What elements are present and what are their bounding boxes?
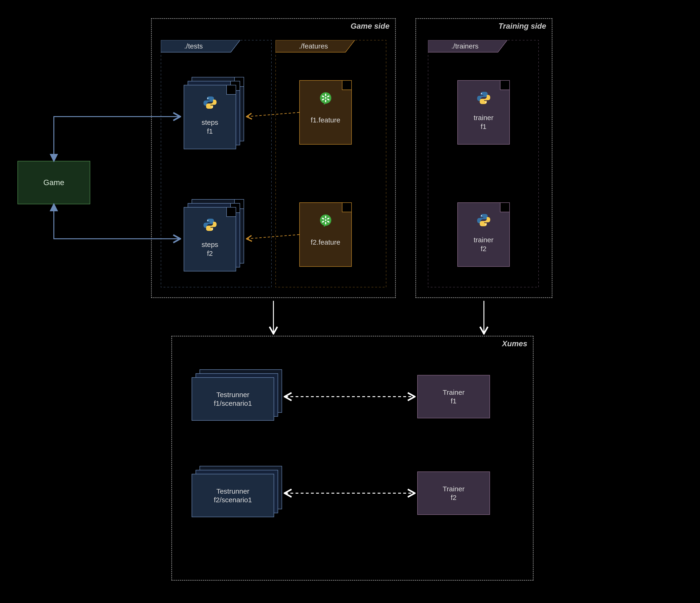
python-icon bbox=[477, 91, 491, 105]
svg-point-20 bbox=[481, 93, 482, 94]
file-feature-f1: f1.feature bbox=[299, 80, 352, 145]
svg-point-0 bbox=[207, 98, 208, 99]
panel-title-xumes: Xumes bbox=[502, 339, 527, 348]
file-feature-f2: f2.feature bbox=[299, 202, 352, 267]
svg-point-22 bbox=[481, 215, 482, 216]
svg-point-19 bbox=[325, 219, 326, 221]
file-trainer-f1-l2: f1 bbox=[481, 123, 486, 130]
box-testrunner-1-l2: f1/scenario1 bbox=[214, 400, 252, 407]
file-trainer-f2: trainer f2 bbox=[457, 202, 510, 267]
folder-tests-label: ./tests bbox=[161, 40, 203, 52]
svg-point-3 bbox=[211, 228, 213, 230]
file-trainer-f2-l2: f2 bbox=[481, 245, 486, 252]
svg-point-11 bbox=[325, 97, 326, 99]
folder-features-label: ./features bbox=[276, 40, 328, 52]
box-testrunner-2-l2: f2/scenario1 bbox=[214, 496, 252, 504]
file-steps-f1: steps f1 bbox=[184, 77, 236, 141]
file-trainer-f1-l1: trainer bbox=[474, 114, 494, 121]
box-trainer-2: Trainer f2 bbox=[417, 472, 490, 515]
python-icon bbox=[477, 213, 491, 227]
svg-point-5 bbox=[325, 94, 326, 96]
svg-point-1 bbox=[211, 106, 213, 107]
box-game-label: Game bbox=[43, 178, 64, 187]
box-trainer-1-l1: Trainer bbox=[443, 388, 465, 396]
folder-trainers-label: ./trainers bbox=[428, 40, 479, 52]
file-steps-f1-l2: f1 bbox=[207, 127, 213, 135]
box-testrunner-2-l1: Testrunner bbox=[216, 487, 249, 495]
box-testrunner-2-stack: Testrunner f2/scenario1 bbox=[192, 466, 274, 509]
cucumber-icon bbox=[319, 91, 333, 105]
box-testrunner-1-l1: Testrunner bbox=[216, 391, 249, 399]
file-trainer-f2-l1: trainer bbox=[474, 236, 494, 244]
svg-point-21 bbox=[485, 102, 486, 103]
file-feature-f2-label: f2.feature bbox=[311, 238, 340, 246]
box-trainer-2-l2: f2 bbox=[451, 493, 456, 501]
svg-point-23 bbox=[485, 224, 486, 225]
file-steps-f2-l1: steps bbox=[202, 241, 219, 248]
cucumber-icon bbox=[319, 213, 333, 227]
svg-point-14 bbox=[325, 222, 326, 224]
file-steps-f1-l1: steps bbox=[202, 118, 219, 126]
python-icon bbox=[203, 96, 217, 110]
svg-point-6 bbox=[325, 100, 326, 102]
python-icon bbox=[203, 218, 217, 232]
file-steps-f2: steps f2 bbox=[184, 199, 236, 264]
box-trainer-1: Trainer f1 bbox=[417, 375, 490, 418]
file-trainer-f1: trainer f1 bbox=[457, 80, 510, 145]
svg-point-13 bbox=[325, 216, 326, 218]
svg-point-2 bbox=[207, 220, 208, 221]
file-feature-f1-label: f1.feature bbox=[311, 116, 340, 124]
box-trainer-1-l2: f1 bbox=[451, 397, 456, 405]
file-steps-f2-l2: f2 bbox=[207, 249, 213, 257]
box-game: Game bbox=[18, 161, 90, 204]
box-testrunner-1-stack: Testrunner f1/scenario1 bbox=[192, 369, 274, 413]
box-trainer-2-l1: Trainer bbox=[443, 485, 465, 493]
panel-title-game-side: Game side bbox=[351, 22, 390, 30]
panel-title-training-side: Training side bbox=[498, 22, 546, 30]
